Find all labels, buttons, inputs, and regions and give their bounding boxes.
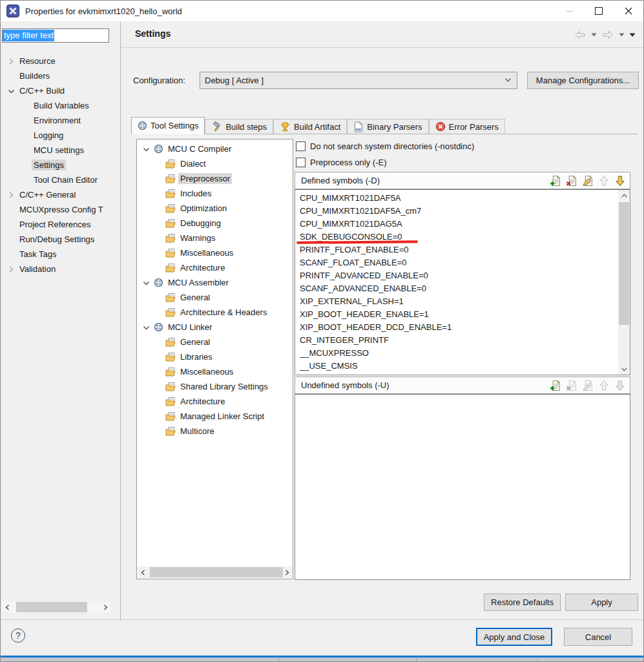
tool-item-mcu-linker-architecture[interactable]: Architecture: [137, 394, 293, 409]
sidebar-horizontal-scrollbar[interactable]: [2, 601, 110, 613]
symbol-item[interactable]: XIP_BOOT_HEADER_DCD_ENABLE=1: [295, 321, 618, 334]
symbol-item[interactable]: CR_INTEGER_PRINTF: [295, 334, 618, 347]
forward-history-icon[interactable]: [619, 33, 625, 37]
scrollbar-thumb[interactable]: [619, 202, 629, 325]
tool-item-mcu-linker[interactable]: MCU Linker: [137, 320, 293, 335]
symbol-text: CPU_MIMXRT1021DAF5A_cm7: [300, 205, 421, 218]
undefined-symbols-list[interactable]: [295, 394, 630, 580]
tool-item-mcu-assembler-general[interactable]: General: [137, 290, 293, 305]
tool-item-mcu-linker-multicore[interactable]: Multicore: [137, 424, 293, 439]
symbol-item[interactable]: XIP_EXTERNAL_FLASH=1: [295, 295, 618, 308]
sidebar-item-label: Builders: [17, 70, 52, 81]
tool-item-mcu-c-compiler-includes[interactable]: Includes: [137, 186, 293, 201]
scroll-right-icon[interactable]: [282, 566, 292, 578]
filter-input[interactable]: type filter text: [2, 28, 109, 43]
sidebar-item-c-c-build[interactable]: C/C++ Build: [1, 83, 120, 98]
tab-tool-settings[interactable]: Tool Settings: [131, 117, 205, 134]
sidebar-item-validation[interactable]: Validation: [1, 262, 120, 276]
symbol-item[interactable]: SCANF_ADVANCED_ENABLE=0: [295, 282, 618, 295]
sidebar-item-settings[interactable]: Settings: [1, 158, 120, 172]
maximize-button[interactable]: [584, 1, 614, 21]
sidebar-item-resource[interactable]: Resource: [1, 54, 120, 68]
tab-build-steps[interactable]: Build steps: [205, 119, 273, 134]
sidebar-item-logging[interactable]: Logging: [1, 128, 120, 143]
back-history-icon[interactable]: [591, 33, 597, 37]
close-button[interactable]: [614, 1, 643, 21]
symbol-item[interactable]: CPU_MIMXRT1021DAG5A: [295, 218, 618, 231]
tool-settings-tree: MCU C CompilerDialectPreprocessorInclude…: [137, 141, 293, 439]
tool-item-mcu-linker-shared-library-settings[interactable]: Shared Library Settings: [137, 379, 293, 394]
scrollbar-thumb[interactable]: [16, 602, 87, 612]
tab-binary-parsers[interactable]: 010Binary Parsers: [347, 119, 428, 134]
tool-item-mcu-c-compiler-debugging[interactable]: Debugging: [137, 216, 293, 231]
sidebar-item-build-variables[interactable]: Build Variables: [1, 98, 120, 113]
add-symbol-icon[interactable]: [550, 380, 561, 391]
checkbox-do-not-search-system-directories-nostdinc[interactable]: Do not search system directories (-nostd…: [296, 140, 474, 152]
tool-item-mcu-assembler[interactable]: MCU Assembler: [137, 275, 293, 290]
back-icon[interactable]: [574, 30, 587, 40]
sidebar-item-mcu-settings[interactable]: MCU settings: [1, 143, 120, 158]
view-menu-icon[interactable]: [629, 33, 636, 37]
tab-build-artifact[interactable]: Build Artifact: [273, 119, 347, 134]
configuration-label: Configuration:: [133, 76, 185, 85]
scrollbar-thumb[interactable]: [150, 567, 283, 577]
tool-item-mcu-c-compiler-architecture[interactable]: Architecture: [137, 260, 293, 275]
symbol-item[interactable]: CPU_MIMXRT1021DAF5A_cm7: [295, 205, 618, 218]
symbol-item[interactable]: __MCUXPRESSO: [295, 347, 618, 360]
sidebar-item-task-tags[interactable]: Task Tags: [1, 247, 120, 262]
tool-item-label: Includes: [178, 188, 213, 199]
symbol-item[interactable]: SCANF_FLOAT_ENABLE=0: [295, 256, 618, 269]
configuration-select[interactable]: Debug [ Active ]: [200, 72, 517, 89]
apply-and-close-button[interactable]: Apply and Close: [476, 628, 552, 646]
checkbox-preprocess-only-e[interactable]: Preprocess only (-E): [296, 156, 386, 168]
help-button[interactable]: ?: [11, 628, 25, 643]
scroll-right-icon[interactable]: [100, 601, 110, 613]
tab-error-parsers[interactable]: Error Parsers: [429, 119, 505, 134]
scroll-left-icon[interactable]: [2, 601, 12, 613]
tool-item-mcu-c-compiler-dialect[interactable]: Dialect: [137, 156, 293, 171]
minimize-button[interactable]: [554, 1, 584, 21]
symbol-item[interactable]: SDK_DEBUGCONSOLE=0: [295, 231, 618, 243]
tool-item-mcu-linker-libraries[interactable]: Libraries: [137, 349, 293, 364]
symbol-item[interactable]: PRINTF_ADVANCED_ENABLE=0: [295, 269, 618, 282]
tool-item-mcu-c-compiler-preprocessor[interactable]: Preprocessor: [137, 171, 293, 186]
scroll-down-icon[interactable]: [618, 364, 630, 375]
sidebar-item-mcuxpresso-config-t[interactable]: MCUXpresso Config T: [1, 202, 120, 217]
symbol-item[interactable]: PRINTF_FLOAT_ENABLE=0: [295, 243, 618, 256]
sidebar-item-builders[interactable]: Builders: [1, 68, 120, 83]
tool-item-mcu-c-compiler-miscellaneous[interactable]: Miscellaneous: [137, 245, 293, 260]
edit-symbol-icon[interactable]: [582, 175, 594, 187]
scroll-up-icon[interactable]: [618, 190, 630, 201]
tool-item-label: Architecture & Headers: [178, 307, 269, 318]
tool-item-mcu-c-compiler[interactable]: MCU C Compiler: [137, 141, 293, 156]
add-symbol-icon[interactable]: [550, 175, 561, 187]
sidebar-item-run-debug-settings[interactable]: Run/Debug Settings: [1, 232, 120, 247]
symbol-item[interactable]: __USE_CMSIS: [295, 360, 618, 373]
sidebar-item-tool-chain-editor[interactable]: Tool Chain Editor: [1, 172, 120, 187]
tool-item-mcu-assembler-architecture-headers[interactable]: Architecture & Headers: [137, 305, 293, 320]
sidebar-item-label: Tool Chain Editor: [32, 174, 99, 185]
restore-defaults-button[interactable]: Restore Defaults: [484, 594, 561, 611]
scroll-left-icon[interactable]: [138, 566, 148, 578]
tool-item-mcu-linker-general[interactable]: General: [137, 335, 293, 349]
defined-symbols-scrollbar[interactable]: [618, 190, 630, 375]
tree-horizontal-scrollbar[interactable]: [138, 566, 292, 578]
move-up-icon: [598, 175, 610, 187]
cancel-button[interactable]: Cancel: [564, 628, 632, 646]
apply-button[interactable]: Apply: [565, 594, 638, 611]
tool-item-mcu-linker-managed-linker-script[interactable]: Managed Linker Script: [137, 409, 293, 424]
forward-icon[interactable]: [601, 30, 614, 40]
symbol-item[interactable]: XIP_BOOT_HEADER_ENABLE=1: [295, 308, 618, 321]
delete-symbol-icon[interactable]: [566, 175, 577, 187]
tool-item-mcu-c-compiler-warnings[interactable]: Warnings: [137, 231, 293, 245]
move-down-icon[interactable]: [614, 175, 626, 187]
sidebar-item-project-references[interactable]: Project References: [1, 217, 120, 232]
defined-symbols-list[interactable]: CPU_MIMXRT1021DAF5ACPU_MIMXRT1021DAF5A_c…: [295, 189, 630, 375]
tool-item-mcu-linker-miscellaneous[interactable]: Miscellaneous: [137, 364, 293, 379]
sidebar-item-environment[interactable]: Environment: [1, 113, 120, 128]
tool-item-mcu-c-compiler-optimization[interactable]: Optimization: [137, 201, 293, 216]
category-icon: [165, 233, 176, 243]
sidebar-item-c-c-general[interactable]: C/C++ General: [1, 187, 120, 202]
manage-configurations-button[interactable]: Manage Configurations...: [527, 72, 639, 89]
symbol-item[interactable]: CPU_MIMXRT1021DAF5A: [295, 192, 618, 205]
